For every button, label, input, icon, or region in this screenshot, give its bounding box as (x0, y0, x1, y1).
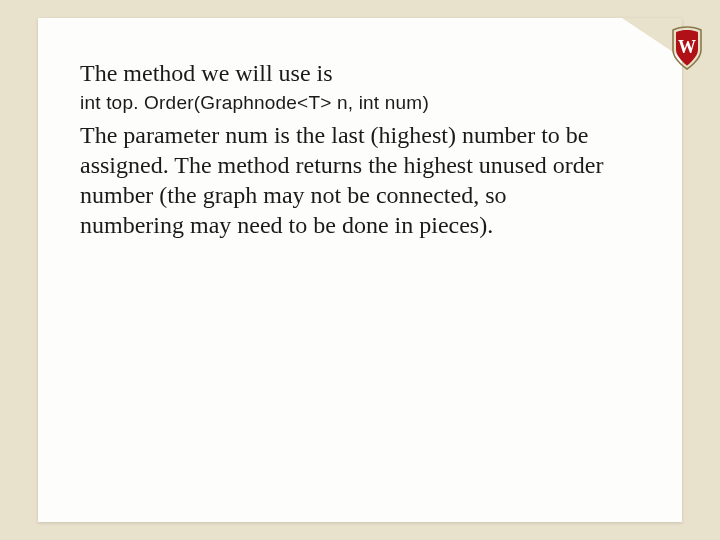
wisconsin-crest-logo: W (670, 26, 704, 70)
slide-content: The method we will use is int top. Order… (80, 58, 610, 240)
description-text: The parameter num is the last (highest) … (80, 120, 610, 240)
intro-text: The method we will use is (80, 58, 610, 88)
method-signature: int top. Order(Graphnode<T> n, int num) (80, 92, 610, 114)
svg-text:W: W (678, 37, 696, 57)
slide-card: The method we will use is int top. Order… (38, 18, 682, 522)
